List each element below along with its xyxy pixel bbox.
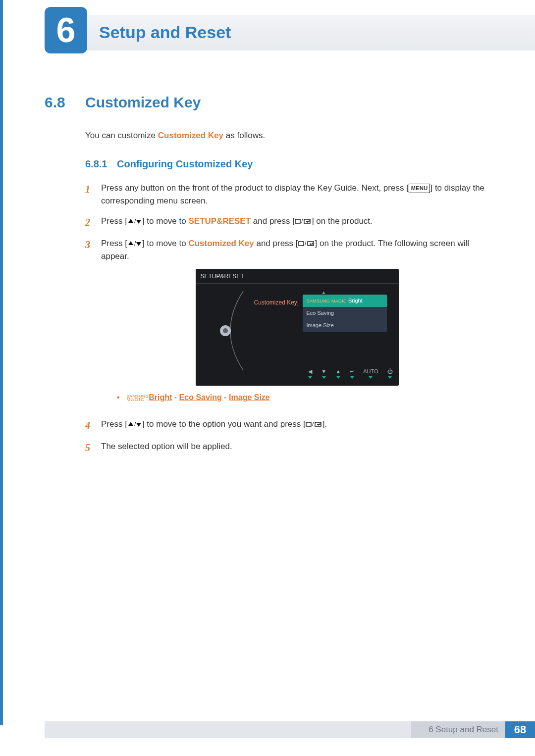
subsection-heading: 6.8.1 Configuring Customized Key — [85, 158, 493, 170]
svg-marker-6 — [306, 221, 308, 223]
step3-hl: Customized Key — [188, 239, 254, 248]
svg-marker-18 — [136, 423, 141, 427]
step2-a: Press [ — [101, 216, 127, 226]
footer-page-number: 68 — [505, 721, 535, 738]
steps-list: 1 Press any button on the front of the p… — [85, 182, 493, 455]
step-number: 2 — [85, 215, 101, 230]
svg-marker-0 — [128, 219, 133, 223]
bullet-bright: Bright — [149, 393, 172, 402]
subsection-number: 6.8.1 — [85, 158, 117, 170]
bullet-eco: Eco Saving — [179, 393, 222, 402]
sidebar-stripe — [0, 0, 3, 725]
section-number: 6.8 — [45, 94, 85, 111]
step-4: 4 Press [/] to move to the option you wa… — [85, 418, 493, 433]
osd-opt1: Bright — [348, 298, 363, 303]
step4-a: Press [ — [101, 419, 127, 429]
up-down-arrow-icon: / — [127, 421, 142, 428]
up-down-arrow-icon: / — [127, 240, 142, 247]
section-heading: 6.8 Customized Key — [45, 94, 493, 111]
step2-c: and press [ — [251, 216, 295, 226]
chapter-title: Setup and Reset — [99, 23, 231, 42]
osd-colon: : — [297, 300, 299, 309]
select-enter-icon: / — [298, 240, 315, 247]
osd-option-selected: SAMSUNG MAGIC Bright — [303, 295, 387, 307]
select-enter-icon: / — [306, 421, 322, 428]
svg-point-15 — [223, 328, 228, 333]
svg-marker-22 — [317, 424, 319, 426]
svg-text:/: / — [305, 240, 307, 247]
chapter-number-badge: 6 — [45, 7, 87, 53]
section-intro: You can customize Customized Key as foll… — [85, 131, 493, 141]
osd-bottom-icons: ◀ ▼ ▲ ↵ AUTO ⏻ — [196, 368, 399, 378]
section-title: Customized Key — [85, 94, 201, 111]
step1-a: Press any button on the front of the pro… — [101, 183, 409, 193]
svg-rect-10 — [299, 242, 304, 246]
step5-text: The selected option will be applied. — [101, 440, 493, 455]
bullet-icon: • — [117, 392, 120, 404]
step3-a: Press [ — [101, 239, 127, 248]
chapter-header: 6 Setup and Reset — [0, 0, 535, 59]
page-content: 6.8 Customized Key You can customize Cus… — [45, 94, 493, 462]
svg-text:/: / — [134, 421, 136, 428]
svg-text:/: / — [134, 240, 136, 247]
osd-down-icon: ▼ — [321, 367, 326, 376]
step3-c: and press [ — [254, 239, 298, 248]
footer-chapter-label: 6 Setup and Reset — [411, 721, 505, 738]
step-number: 1 — [85, 182, 101, 208]
select-enter-icon: / — [295, 218, 312, 225]
step4-b: ] to move to the option you want and pre… — [142, 419, 306, 429]
step-number: 3 — [85, 237, 101, 411]
osd-option: Eco Saving — [303, 307, 387, 319]
step-number: 5 — [85, 440, 101, 455]
osd-option: Image Size — [303, 319, 387, 332]
bullet-image-size: Image Size — [229, 393, 270, 402]
bullet-sep1: - — [172, 393, 179, 402]
osd-back-icon: ◀ — [308, 367, 312, 376]
up-down-arrow-icon: / — [127, 218, 142, 225]
osd-enter-icon: ↵ — [350, 367, 354, 376]
svg-rect-3 — [295, 219, 300, 223]
step4-c: ]. — [322, 419, 327, 429]
svg-text:/: / — [301, 218, 303, 225]
svg-marker-9 — [136, 242, 141, 246]
svg-marker-16 — [128, 422, 133, 426]
step-2: 2 Press [/] to move to SETUP&RESET and p… — [85, 215, 493, 230]
svg-text:/: / — [134, 218, 136, 225]
magic-text: MAGIC — [127, 398, 149, 402]
svg-marker-7 — [128, 241, 133, 245]
svg-marker-2 — [136, 220, 141, 224]
osd-screenshot: SETUP&RESET ▲ Customized Key : — [196, 269, 399, 386]
intro-post: as follows. — [223, 131, 265, 140]
svg-marker-13 — [310, 243, 311, 245]
svg-text:/: / — [312, 421, 314, 428]
svg-rect-19 — [306, 422, 311, 426]
menu-key-icon: MENU — [409, 184, 430, 193]
step2-hl: SETUP&RESET — [188, 216, 251, 226]
osd-options-list: SAMSUNG MAGIC Bright Eco Saving Image Si… — [303, 295, 387, 332]
page-footer: 6 Setup and Reset 68 — [45, 721, 535, 738]
step2-d: ] on the product. — [312, 216, 373, 226]
intro-highlight: Customized Key — [158, 131, 223, 140]
bullet-sep2: - — [222, 393, 229, 402]
intro-pre: You can customize — [85, 131, 158, 140]
osd-up-icon: ▲ — [335, 367, 341, 376]
step-3: 3 Press [/] to move to Customized Key an… — [85, 237, 493, 411]
subsection-title: Configuring Customized Key — [117, 158, 253, 170]
step-5: 5 The selected option will be applied. — [85, 440, 493, 455]
step-number: 4 — [85, 418, 101, 433]
osd-arc-graphic — [213, 289, 252, 373]
options-bullet: • SAMSUNG MAGIC Bright - Eco Saving - Im… — [117, 392, 493, 404]
osd-power-icon: ⏻ — [387, 367, 393, 376]
step-1: 1 Press any button on the front of the p… — [85, 182, 493, 208]
footer-spacer — [45, 721, 411, 738]
step3-b: ] to move to — [142, 239, 189, 248]
osd-opt1-small: SAMSUNG MAGIC — [307, 299, 347, 303]
osd-auto-label: AUTO — [363, 367, 378, 376]
samsung-magic-logo: SAMSUNG MAGIC — [127, 395, 149, 402]
step2-b: ] to move to — [142, 216, 189, 226]
osd-header: SETUP&RESET — [196, 269, 399, 284]
